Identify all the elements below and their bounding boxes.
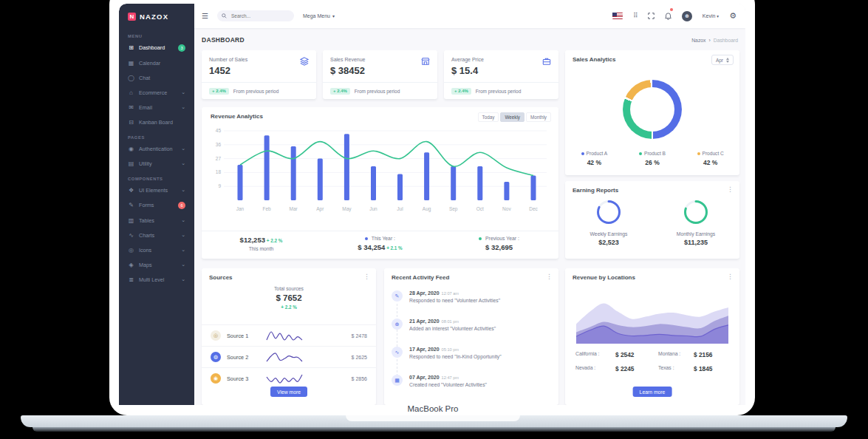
mega-menu-button[interactable]: Mega Menu ▾ bbox=[303, 13, 335, 18]
source-row-1[interactable]: ◎ Source 1 $ 2478 bbox=[202, 324, 376, 346]
this-year-dot bbox=[365, 237, 368, 240]
legend-product-a: Product A 42 % bbox=[565, 151, 623, 166]
feed-item: ∿ 17 Apr, 202005:10 pm Responded to need… bbox=[392, 347, 553, 359]
legend-product-b: Product B 26 % bbox=[623, 151, 682, 166]
this-month-summary: $12,253 + 2.2 % This month bbox=[202, 231, 321, 259]
sidebar-section-menu: MENU bbox=[119, 28, 194, 40]
dashboard-app: N NAZOX MENU ⊞ Dashboard 3 ▦ Calendar ◯ … bbox=[119, 4, 745, 405]
kebab-menu-icon[interactable]: ⋮ bbox=[363, 273, 370, 280]
source-2-sparkline bbox=[265, 352, 304, 363]
sidebar-item-multi-level[interactable]: ≣ Multi Level ⌄ bbox=[119, 272, 194, 287]
activity-feed-card: Recent Activity Feed ⋮ ✎ 28 Apr, 202012:… bbox=[384, 268, 558, 405]
chevron-down-icon: ⌄ bbox=[181, 276, 185, 282]
gear-icon[interactable]: ⚙ bbox=[729, 12, 737, 20]
language-flag-icon[interactable] bbox=[612, 13, 623, 19]
menu-toggle-icon[interactable]: ☰ bbox=[202, 12, 208, 20]
tab-today[interactable]: Today bbox=[478, 112, 499, 122]
svg-text:Apr: Apr bbox=[316, 206, 324, 212]
kebab-menu-icon[interactable]: ⋮ bbox=[727, 273, 734, 280]
source-row-2[interactable]: ◍ Source 2 $ 2625 bbox=[202, 346, 376, 367]
sidebar-item-charts[interactable]: ∿ Charts ⌄ bbox=[119, 228, 194, 242]
timeline-connector bbox=[397, 304, 397, 376]
apps-grid-icon[interactable]: ⠿ bbox=[633, 13, 638, 19]
monthly-earnings-radial bbox=[683, 199, 709, 225]
stat-card-number-of-sales: Number of Sales 1452 + 2.4% From previou… bbox=[202, 50, 316, 99]
sidebar-item-email[interactable]: ✉ Email ⌄ bbox=[119, 100, 194, 115]
legend-dot bbox=[639, 152, 642, 155]
legend-dot bbox=[581, 152, 584, 155]
sidebar-item-calendar[interactable]: ▦ Calendar bbox=[119, 55, 194, 70]
donut-legend: Product A 42 % Product B 26 % Product C … bbox=[565, 151, 739, 166]
svg-text:Jan: Jan bbox=[236, 206, 245, 211]
svg-text:18: 18 bbox=[216, 169, 222, 174]
user-menu[interactable]: Kevin ▾ bbox=[703, 13, 719, 18]
dashboard-badge: 3 bbox=[178, 44, 185, 52]
learn-more-button[interactable]: Learn more bbox=[633, 387, 672, 397]
source-1-sparkline bbox=[265, 330, 304, 341]
sidebar-item-dashboard[interactable]: ⊞ Dashboard 3 bbox=[119, 40, 194, 55]
tab-weekly[interactable]: Weekly bbox=[500, 112, 524, 122]
feed-item: ✎ 28 Apr, 202012:07 am Responded to need… bbox=[392, 290, 553, 303]
delta-badge: + 2.4% bbox=[451, 88, 471, 95]
search-box[interactable] bbox=[217, 10, 294, 21]
svg-text:Feb: Feb bbox=[262, 206, 271, 211]
legend-dot bbox=[697, 152, 700, 155]
chevron-down-icon: ⌄ bbox=[181, 247, 185, 253]
macbook-base bbox=[21, 415, 847, 427]
search-icon bbox=[222, 13, 227, 18]
chevron-down-icon: ⌄ bbox=[181, 232, 185, 238]
breadcrumb: Nazox › Dashboard bbox=[691, 38, 738, 43]
stat-card-average-price: Average Price $ 15.4 + 2.4% From previou… bbox=[444, 50, 558, 99]
source-row-3[interactable]: ◉ Source 3 $ 2856 bbox=[202, 367, 376, 389]
sidebar-item-maps[interactable]: ◈ Maps ⌄ bbox=[119, 257, 194, 272]
icons-icon: ◎ bbox=[128, 247, 134, 253]
legend-product-c: Product C 42 % bbox=[681, 151, 739, 166]
notifications-button[interactable] bbox=[665, 10, 671, 23]
sidebar-item-kanban-board[interactable]: ⊟ Kanban Board bbox=[119, 115, 194, 129]
calendar-icon: ▦ bbox=[128, 60, 134, 67]
sidebar-item-forms[interactable]: ✎ Forms 6 bbox=[119, 197, 194, 213]
macbook-mockup: N NAZOX MENU ⊞ Dashboard 3 ▦ Calendar ◯ … bbox=[0, 0, 868, 439]
charts-icon: ∿ bbox=[128, 232, 134, 239]
chart-period-tabs: Today Weekly Monthly bbox=[478, 112, 551, 122]
breadcrumb-root[interactable]: Nazox bbox=[691, 38, 705, 43]
stat-card-sales-revenue: Sales Revenue $ 38452 + 2.4% From previo… bbox=[323, 50, 437, 99]
chart-icon: ∿ bbox=[392, 347, 403, 358]
calendar-icon: ▦ bbox=[392, 375, 403, 386]
multi-level-icon: ≣ bbox=[128, 276, 134, 283]
sales-analytics-card: Sales Analytics Apr Product A 42 % Produ… bbox=[565, 50, 739, 175]
logo[interactable]: N NAZOX bbox=[119, 4, 194, 28]
sidebar-item-ui-elements[interactable]: ❖ UI Elements ⌄ bbox=[119, 183, 194, 197]
macbook-notch bbox=[346, 415, 520, 421]
sidebar-item-tables[interactable]: ▥ Tables ⌄ bbox=[119, 213, 194, 228]
svg-text:Sep: Sep bbox=[449, 206, 458, 212]
delta-badge: + 2.4% bbox=[209, 88, 229, 95]
kebab-menu-icon[interactable]: ⋮ bbox=[546, 273, 553, 280]
svg-text:45: 45 bbox=[216, 128, 222, 133]
fullscreen-icon[interactable] bbox=[648, 13, 655, 19]
location-stats: California : $ 2542 Montana : $ 2156 Nev… bbox=[575, 351, 729, 372]
dashboard-icon: ⊞ bbox=[128, 44, 134, 51]
chevron-down-icon: ▾ bbox=[332, 13, 335, 18]
svg-text:Nov: Nov bbox=[502, 206, 511, 211]
sidebar-item-authentication[interactable]: ◉ Authentication ⌄ bbox=[119, 141, 194, 156]
period-select[interactable]: Apr bbox=[711, 55, 734, 65]
view-more-button[interactable]: View more bbox=[270, 387, 307, 397]
sidebar-item-utility[interactable]: ▤ Utility ⌄ bbox=[119, 156, 194, 171]
weekly-earnings: Weekly Earnings $2,523 bbox=[565, 199, 652, 246]
chevron-down-icon: ⌄ bbox=[181, 104, 185, 110]
sidebar-item-chat[interactable]: ◯ Chat bbox=[119, 70, 194, 85]
tab-monthly[interactable]: Monthly bbox=[526, 112, 551, 122]
page-title: DASHBOARD bbox=[202, 36, 245, 44]
source-3-sparkline bbox=[265, 373, 304, 384]
this-year-summary: This Year : $ 34,254 + 2.1 % bbox=[321, 231, 440, 259]
search-input[interactable] bbox=[230, 13, 289, 19]
sales-donut-chart bbox=[623, 80, 682, 139]
sidebar-section-pages: PAGES bbox=[119, 129, 194, 141]
feed-item: ▦ 07 Apr, 202012:47 pm Created need "Vol… bbox=[392, 375, 553, 387]
tables-icon: ▥ bbox=[128, 217, 134, 224]
avatar[interactable]: ☻ bbox=[682, 11, 692, 21]
kebab-menu-icon[interactable]: ⋮ bbox=[727, 186, 734, 193]
sidebar-item-icons[interactable]: ◎ Icons ⌄ bbox=[119, 242, 194, 257]
sidebar-item-ecommerce[interactable]: ⌂ Ecommerce ⌄ bbox=[119, 85, 194, 100]
